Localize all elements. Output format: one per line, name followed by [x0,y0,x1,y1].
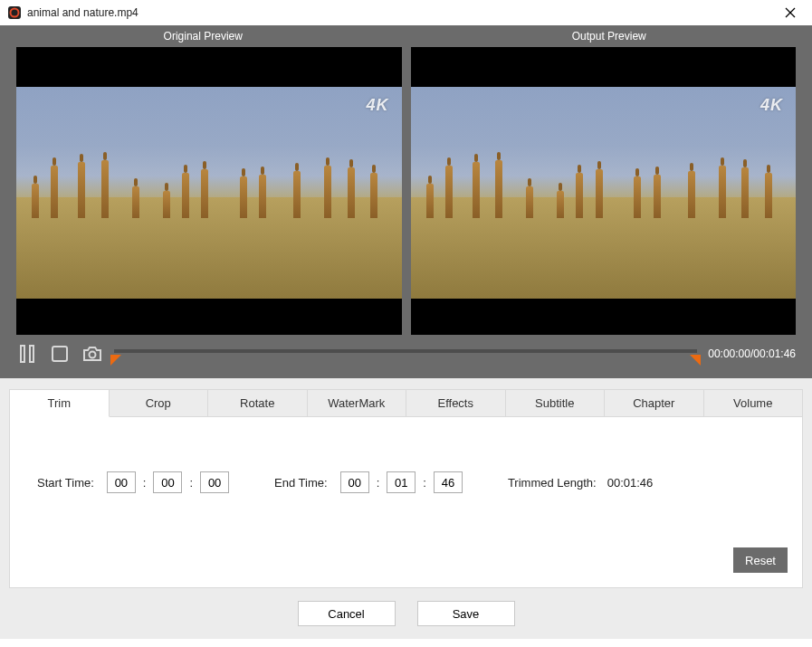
output-preview-label: Output Preview [406,25,813,47]
close-icon [785,7,796,18]
trimmed-length-label: Trimmed Length: [508,476,597,490]
pause-button[interactable] [16,343,38,365]
trim-panel: Start Time: : : End Time: : : Trimmed [10,417,802,587]
save-button[interactable]: Save [417,601,515,626]
trimmed-length-group: Trimmed Length: 00:01:46 [508,476,653,490]
svg-point-7 [90,352,96,358]
timeline-track[interactable] [114,342,697,366]
original-preview-label: Original Preview [0,25,406,47]
original-preview [16,47,402,335]
tab-volume[interactable]: Volume [704,390,803,416]
tab-trim[interactable]: Trim [10,390,110,417]
start-time-group: Start Time: : : [37,471,229,493]
close-button[interactable] [776,0,805,25]
timecode: 00:00:00/00:01:46 [708,347,796,360]
transport-bar: 00:00:00/00:01:46 [0,335,812,373]
tab-chapter[interactable]: Chapter [605,390,704,416]
window-title: animal and nature.mp4 [27,6,139,19]
start-time-label: Start Time: [37,476,94,490]
tabs: TrimCropRotateWaterMarkEffectsSubtitleCh… [10,390,802,417]
end-time-group: End Time: : : [274,471,463,493]
start-seconds-input[interactable] [200,471,229,493]
end-hours-input[interactable] [340,471,369,493]
editor-panel: TrimCropRotateWaterMarkEffectsSubtitleCh… [0,378,812,639]
stop-icon [51,345,69,363]
tab-watermark[interactable]: WaterMark [308,390,407,416]
camera-icon [82,345,102,363]
tab-subtitle[interactable]: Subtitle [506,390,606,416]
app-icon [7,5,22,20]
snapshot-button[interactable] [81,343,103,365]
trim-handle-start[interactable] [110,355,121,366]
reset-button[interactable]: Reset [733,547,788,573]
tab-crop[interactable]: Crop [110,390,209,416]
svg-rect-5 [30,346,33,362]
video-frame [411,87,797,299]
end-minutes-input[interactable] [387,471,416,493]
tab-rotate[interactable]: Rotate [208,390,308,416]
svg-rect-6 [53,347,67,361]
end-seconds-input[interactable] [434,471,463,493]
video-frame [16,87,402,299]
tab-effects[interactable]: Effects [406,390,506,416]
start-minutes-input[interactable] [153,471,182,493]
trim-handle-end[interactable] [690,355,701,366]
start-hours-input[interactable] [107,471,136,493]
footer: Cancel Save [9,588,803,639]
output-preview [411,47,797,335]
end-time-label: End Time: [274,476,328,490]
pause-icon [19,345,35,363]
svg-rect-4 [21,346,24,362]
trimmed-length-value: 00:01:46 [607,476,654,490]
preview-area: Original Preview Output Preview [0,25,812,378]
cancel-button[interactable]: Cancel [298,601,396,626]
stop-button[interactable] [49,343,71,365]
titlebar: animal and nature.mp4 [0,0,812,25]
